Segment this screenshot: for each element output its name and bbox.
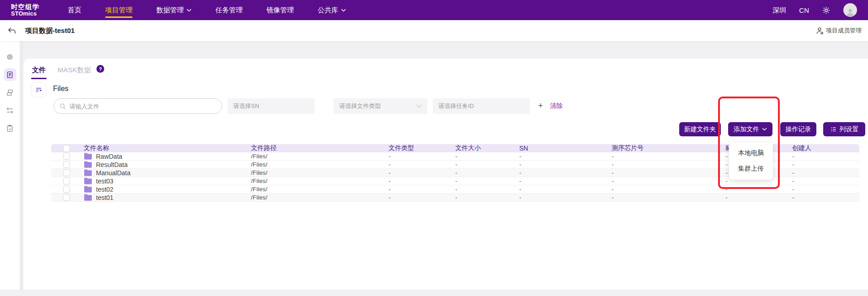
project-data-card: 文件 MASK数据 ? Files 请选择SN 请选择文件类型 请选择任务ID … — [23, 59, 868, 290]
header-sn: SN — [519, 145, 612, 152]
sn-value: - — [519, 186, 612, 193]
folder-icon — [84, 194, 92, 201]
folder-icon — [84, 152, 92, 160]
menu-item-cluster-upload[interactable]: 集群上传 — [729, 161, 773, 177]
row-checkbox[interactable] — [63, 194, 70, 201]
search-icon — [59, 103, 66, 110]
add-filter-button[interactable]: + — [538, 101, 543, 111]
user-avatar[interactable] — [843, 3, 857, 17]
chip-id-value: - — [612, 161, 725, 168]
folder-name[interactable]: ManualData — [96, 169, 131, 177]
region-selector[interactable]: 深圳 — [772, 6, 786, 15]
list-icon — [830, 126, 837, 133]
file-type-placeholder: 请选择文件类型 — [339, 102, 381, 110]
column-settings-label: 列设置 — [840, 125, 859, 134]
creator-value: - — [792, 169, 859, 177]
rail-item-project-data[interactable] — [4, 68, 16, 81]
folder-name[interactable]: ResultData — [96, 161, 128, 168]
rail-item-tasks[interactable] — [4, 122, 16, 135]
file-size-value: - — [455, 178, 519, 185]
add-file-button[interactable]: 添加文件 — [728, 122, 772, 136]
menu-item-label: 任务管理 — [215, 6, 243, 15]
menu-item-image-management[interactable]: 镜像管理 — [266, 0, 294, 20]
new-folder-button[interactable]: 新建文件夹 — [679, 122, 721, 136]
file-size-value: - — [455, 153, 519, 160]
sn-value: - — [519, 161, 612, 168]
help-question-icon[interactable]: ? — [96, 65, 104, 73]
file-path: /Files/ — [251, 186, 389, 193]
menu-item-label: 项目管理 — [105, 6, 133, 15]
back-button[interactable] — [5, 25, 17, 37]
task-id-placeholder: 请选择任务ID — [438, 102, 474, 110]
tab-files[interactable]: 文件 — [32, 66, 46, 75]
sn-value: - — [519, 153, 612, 160]
page-toolbar: 项目数据-test01 项目成员管理 — [0, 20, 868, 41]
row-checkbox[interactable] — [63, 153, 70, 160]
sn-value: - — [519, 169, 612, 177]
chip-id-value: - — [612, 194, 725, 201]
add-file-label: 添加文件 — [734, 125, 759, 134]
project-member-management-button[interactable]: 项目成员管理 — [816, 27, 862, 35]
creator-value: - — [792, 153, 859, 160]
page-title: 项目数据-test01 — [25, 27, 75, 35]
settings-gear-icon[interactable] — [822, 6, 831, 15]
header-chip-id: 测序芯片号 — [612, 144, 725, 152]
row-checkbox[interactable] — [63, 161, 70, 168]
file-search-field[interactable] — [53, 98, 222, 114]
tab-mask-data[interactable]: MASK数据 — [58, 66, 91, 75]
row-checkbox[interactable] — [63, 178, 70, 184]
language-selector[interactable]: CN — [799, 6, 809, 14]
rail-item-chip[interactable] — [4, 50, 16, 63]
menu-item-home[interactable]: 首页 — [68, 0, 81, 20]
clear-filters-link[interactable]: 清除 — [550, 102, 563, 110]
file-size-value: - — [455, 186, 519, 193]
sn-value: - — [519, 178, 612, 185]
sn-select[interactable]: 请选择SN — [228, 98, 314, 114]
menu-item-task-management[interactable]: 任务管理 — [215, 0, 243, 20]
member-person-icon — [816, 27, 824, 35]
filter-toggle-button[interactable] — [31, 82, 47, 97]
table-row[interactable]: test01 /Files/ - - - - - - — [51, 194, 859, 202]
chip-id-value: - — [612, 186, 725, 193]
row-checkbox[interactable] — [63, 186, 70, 193]
menu-item-local-computer[interactable]: 本地电脑 — [729, 145, 773, 161]
file-type-value: - — [389, 178, 455, 185]
chevron-down-icon — [186, 9, 192, 12]
rail-item-settings-sliders[interactable] — [4, 104, 16, 117]
file-type-select[interactable]: 请选择文件类型 — [334, 98, 427, 114]
tag-value: - — [725, 186, 792, 193]
column-settings-button[interactable]: 列设置 — [823, 122, 865, 136]
menu-item-data-management[interactable]: 数据管理 — [156, 0, 192, 20]
header-file-name: 文件名称 — [84, 144, 251, 152]
chevron-down-icon — [341, 9, 346, 12]
task-id-select[interactable]: 请选择任务ID — [433, 98, 530, 114]
file-size-value: - — [455, 161, 519, 168]
folder-name[interactable]: test01 — [96, 194, 113, 201]
rail-divider — [20, 41, 23, 290]
filters-row: 请选择SN 请选择文件类型 请选择任务ID + 清除 — [23, 98, 868, 114]
folder-name[interactable]: RawData — [96, 153, 122, 160]
file-type-value: - — [389, 169, 455, 177]
folder-icon — [84, 169, 92, 177]
main-menu: 首页 项目管理 数据管理 任务管理 镜像管理 公共库 — [68, 0, 346, 20]
table-row[interactable]: test02 /Files/ - - - - - - — [51, 185, 859, 194]
search-input[interactable] — [69, 103, 216, 110]
filter-icon — [35, 86, 43, 94]
menu-item-project-management[interactable]: 项目管理 — [105, 0, 133, 20]
menu-item-public-library[interactable]: 公共库 — [318, 0, 346, 20]
row-checkbox[interactable] — [63, 169, 70, 176]
app-logo[interactable]: 时空组学 STOmics — [11, 4, 39, 16]
logo-line2: STOmics — [11, 11, 39, 16]
chip-id-value: - — [612, 153, 725, 160]
operation-record-button[interactable]: 操作记录 — [780, 122, 816, 136]
folder-name[interactable]: test02 — [96, 186, 113, 193]
active-tab-underline — [31, 78, 47, 79]
select-all-checkbox[interactable] — [63, 145, 70, 152]
folder-name[interactable]: test03 — [96, 178, 113, 185]
menu-item-label: 首页 — [68, 6, 81, 15]
chip-icon — [5, 53, 14, 61]
header-file-type: 文件类型 — [389, 144, 455, 152]
creator-value: - — [792, 178, 859, 185]
undo-arrow-icon — [7, 27, 16, 35]
rail-item-datasets[interactable] — [4, 86, 16, 99]
